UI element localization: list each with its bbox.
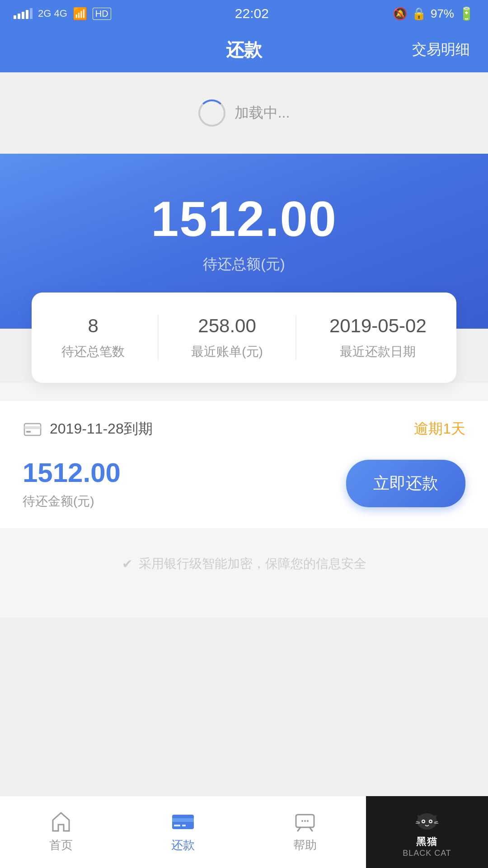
loading-text: 加载中... bbox=[235, 103, 290, 123]
nav-item-repay[interactable]: 还款 bbox=[122, 796, 244, 868]
nav-repay-label: 还款 bbox=[171, 837, 195, 853]
header: 还款 交易明细 bbox=[0, 27, 488, 72]
stat-divider-2 bbox=[296, 315, 296, 360]
svg-point-8 bbox=[301, 820, 303, 822]
nav-item-help[interactable]: 帮助 bbox=[244, 796, 366, 868]
svg-rect-2 bbox=[26, 431, 31, 433]
pending-count-value: 8 bbox=[88, 315, 99, 337]
recent-date-label: 最近还款日期 bbox=[340, 343, 416, 360]
pending-count-label: 待还总笔数 bbox=[61, 343, 125, 360]
overdue-badge: 逾期1天 bbox=[414, 419, 465, 439]
card-repay-icon bbox=[170, 811, 196, 833]
page-title: 还款 bbox=[226, 38, 262, 62]
svg-point-9 bbox=[304, 820, 306, 822]
stat-divider-1 bbox=[158, 315, 159, 360]
card-icon bbox=[23, 419, 42, 439]
svg-rect-4 bbox=[172, 818, 194, 822]
main-content: 2019-11-28到期 逾期1天 1512.00 待还金额(元) 立即还款 ✔… bbox=[0, 383, 488, 618]
security-section: ✔ 采用银行级智能加密，保障您的信息安全 bbox=[0, 528, 488, 599]
loan-amount: 1512.00 bbox=[23, 457, 121, 488]
lock-icon: 🔒 bbox=[412, 7, 426, 21]
wifi-icon: 📶 bbox=[73, 7, 87, 21]
loan-date-area: 2019-11-28到期 bbox=[23, 419, 153, 439]
loading-section: 加载中... bbox=[0, 72, 488, 154]
nav-help-label: 帮助 bbox=[293, 837, 317, 853]
svg-point-17 bbox=[430, 821, 432, 822]
svg-point-16 bbox=[422, 821, 424, 822]
stat-pending-count: 8 待还总笔数 bbox=[61, 315, 125, 360]
bottom-nav: 首页 还款 帮助 bbox=[0, 796, 488, 868]
svg-point-10 bbox=[307, 820, 309, 822]
cat-label: 黑猫 bbox=[416, 835, 438, 849]
mute-icon: 🔕 bbox=[393, 7, 407, 21]
nav-home-label: 首页 bbox=[49, 837, 73, 853]
stats-card: 8 待还总笔数 258.00 最近账单(元) 2019-05-02 最近还款日期 bbox=[32, 292, 456, 383]
status-left: 2G 4G 📶 HD bbox=[14, 7, 111, 21]
transaction-detail-button[interactable]: 交易明细 bbox=[412, 40, 470, 60]
stat-recent-date: 2019-05-02 最近还款日期 bbox=[329, 315, 427, 360]
svg-rect-6 bbox=[182, 825, 186, 826]
cat-sub-label: BLACK CAT bbox=[403, 849, 451, 858]
nav-item-mine[interactable]: 黑猫 BLACK CAT bbox=[366, 796, 488, 868]
loan-due-date: 2019-11-28到期 bbox=[50, 419, 153, 439]
shield-icon: ✔ bbox=[122, 557, 132, 571]
battery-percent: 97% bbox=[431, 7, 454, 21]
status-bar: 2G 4G 📶 HD 22:02 🔕 🔒 97% 🔋 bbox=[0, 0, 488, 27]
svg-rect-0 bbox=[24, 424, 41, 435]
loan-card-body: 1512.00 待还金额(元) 立即还款 bbox=[23, 457, 465, 510]
security-text: 采用银行级智能加密，保障您的信息安全 bbox=[139, 555, 366, 572]
repay-button[interactable]: 立即还款 bbox=[346, 460, 465, 507]
stat-recent-bill: 258.00 最近账单(元) bbox=[191, 315, 263, 360]
hd-badge: HD bbox=[93, 8, 111, 20]
help-icon bbox=[294, 811, 316, 833]
loan-card: 2019-11-28到期 逾期1天 1512.00 待还金额(元) 立即还款 bbox=[0, 401, 488, 528]
cat-watermark: 黑猫 BLACK CAT bbox=[366, 796, 488, 868]
status-time: 22:02 bbox=[235, 6, 269, 21]
svg-rect-5 bbox=[174, 825, 180, 826]
recent-date-value: 2019-05-02 bbox=[329, 315, 427, 337]
loading-spinner bbox=[198, 99, 225, 127]
status-right: 🔕 🔒 97% 🔋 bbox=[393, 6, 474, 21]
home-icon bbox=[50, 811, 72, 833]
loan-card-header: 2019-11-28到期 逾期1天 bbox=[23, 419, 465, 439]
svg-rect-1 bbox=[24, 426, 41, 429]
balance-amount: 1512.00 bbox=[151, 190, 337, 247]
nav-item-home[interactable]: 首页 bbox=[0, 796, 122, 868]
recent-bill-value: 258.00 bbox=[198, 315, 256, 337]
network-type: 2G 4G bbox=[38, 8, 67, 19]
loan-amount-label: 待还金额(元) bbox=[23, 493, 121, 510]
loan-amount-area: 1512.00 待还金额(元) bbox=[23, 457, 121, 510]
battery-icon: 🔋 bbox=[459, 6, 474, 21]
recent-bill-label: 最近账单(元) bbox=[191, 343, 263, 360]
signal-icon bbox=[14, 8, 33, 19]
balance-label: 待还总额(元) bbox=[203, 255, 285, 274]
